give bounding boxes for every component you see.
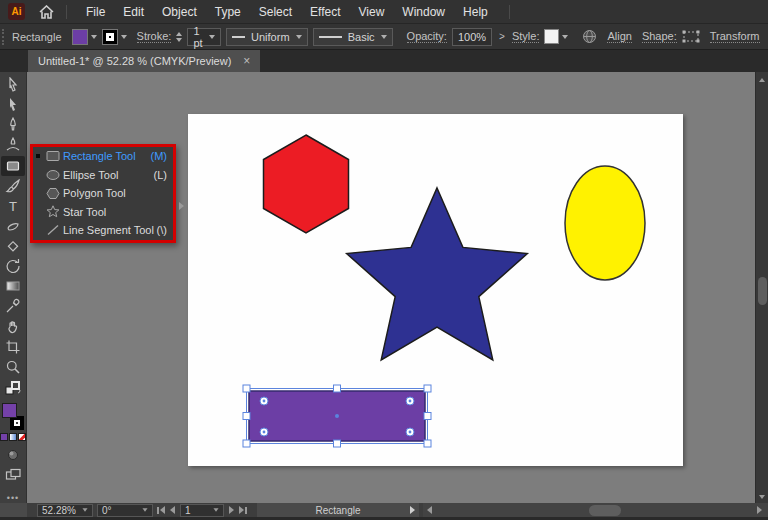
gradient-button[interactable] — [9, 433, 17, 441]
next-artboard-button[interactable] — [229, 506, 234, 514]
scroll-left-icon[interactable] — [427, 506, 432, 514]
chevron-down-icon[interactable] — [82, 508, 87, 511]
rectangle-tool-icon[interactable] — [1, 156, 25, 176]
more-tools-button[interactable]: ••• — [7, 493, 19, 503]
scroll-right-icon[interactable] — [757, 506, 762, 514]
scroll-down-icon[interactable] — [759, 495, 765, 499]
color-button[interactable] — [0, 433, 8, 441]
brush-dropdown[interactable]: Basic — [313, 28, 393, 46]
vertical-scrollbar[interactable] — [755, 72, 768, 503]
swap-fill-stroke-icon[interactable] — [1, 379, 25, 399]
selection-tool-icon[interactable] — [1, 75, 25, 95]
horizontal-scrollbar[interactable] — [423, 503, 768, 517]
stroke-color-swatch[interactable] — [102, 29, 118, 45]
menu-effect[interactable]: Effect — [301, 0, 349, 24]
flyout-item-ellipse-tool[interactable]: Ellipse Tool (L) — [33, 166, 173, 185]
direct-selection-tool-icon[interactable] — [1, 95, 25, 115]
shape-hexagon[interactable] — [264, 135, 349, 233]
eraser-tool-icon[interactable] — [1, 236, 25, 256]
paintbrush-tool-icon[interactable] — [1, 176, 25, 196]
chevron-down-icon[interactable] — [209, 35, 215, 39]
shape-panel-link[interactable]: Shape: — [642, 30, 677, 43]
fill-color-control[interactable] — [72, 29, 97, 45]
selection-handle[interactable] — [243, 385, 250, 392]
menu-file[interactable]: File — [77, 0, 114, 24]
canvas-area[interactable]: Rectangle Tool (M) Ellipse Tool (L) Poly… — [27, 72, 755, 503]
panel-grip-icon[interactable] — [2, 29, 4, 45]
stroke-color-control[interactable] — [102, 29, 127, 45]
fill-indicator[interactable] — [2, 403, 17, 418]
menu-window[interactable]: Window — [393, 0, 454, 24]
menu-type[interactable]: Type — [206, 0, 250, 24]
shape-ellipse[interactable] — [565, 166, 645, 280]
first-artboard-button[interactable] — [157, 506, 165, 514]
none-button[interactable] — [18, 433, 26, 441]
selection-handle[interactable] — [424, 385, 431, 392]
horizontal-scroll-thumb[interactable] — [589, 505, 621, 516]
selection-handle[interactable] — [243, 440, 250, 447]
last-artboard-button[interactable] — [239, 506, 247, 514]
chevron-down-icon[interactable] — [381, 35, 387, 39]
fill-color-swatch[interactable] — [72, 29, 88, 45]
scroll-up-icon[interactable] — [759, 78, 765, 82]
opacity-more-button[interactable]: > — [497, 31, 507, 42]
chevron-down-icon[interactable] — [142, 508, 147, 511]
menu-select[interactable]: Select — [250, 0, 301, 24]
vertical-scroll-thumb[interactable] — [758, 277, 767, 305]
opacity-field[interactable]: 100% — [452, 28, 492, 46]
fill-stroke-indicator[interactable] — [1, 403, 25, 430]
rotate-tool-icon[interactable] — [1, 256, 25, 276]
style-control[interactable] — [544, 29, 568, 44]
rotation-dropdown[interactable]: 0° — [97, 504, 153, 517]
chevron-down-icon[interactable] — [91, 35, 97, 39]
chevron-down-icon[interactable] — [562, 35, 568, 39]
previous-artboard-button[interactable] — [170, 506, 175, 514]
shape-widget-icon[interactable] — [682, 30, 700, 43]
menu-object[interactable]: Object — [153, 0, 206, 24]
opacity-panel-link[interactable]: Opacity: — [407, 30, 447, 43]
selection-handle[interactable] — [334, 440, 341, 447]
chevron-down-icon[interactable] — [121, 35, 127, 39]
flyout-item-line-segment-tool[interactable]: Line Segment Tool (\) — [33, 221, 173, 240]
pencil-tool-icon[interactable] — [1, 216, 25, 236]
stroke-weight-stepper[interactable] — [176, 32, 182, 42]
stroke-weight-field[interactable]: 1 pt — [187, 28, 220, 46]
style-panel-link[interactable]: Style: — [512, 30, 540, 43]
close-icon[interactable]: × — [243, 55, 250, 67]
selection-handle[interactable] — [243, 413, 250, 420]
style-swatch[interactable] — [544, 29, 559, 44]
menu-help[interactable]: Help — [454, 0, 497, 24]
selection-handle[interactable] — [424, 413, 431, 420]
screen-mode-icon[interactable] — [1, 465, 25, 485]
selection-handle[interactable] — [424, 440, 431, 447]
flyout-item-rectangle-tool[interactable]: Rectangle Tool (M) — [33, 147, 173, 166]
home-icon[interactable] — [39, 5, 54, 19]
gradient-tool-icon[interactable] — [1, 276, 25, 296]
stroke-panel-link[interactable]: Stroke: — [137, 30, 172, 43]
document-tab[interactable]: Untitled-1* @ 52.28 % (CMYK/Preview) × — [28, 50, 260, 72]
zoom-level-dropdown[interactable]: 52.28% — [37, 504, 93, 517]
pen-tool-icon[interactable] — [1, 115, 25, 135]
flyout-item-polygon-tool[interactable]: Polygon Tool — [33, 184, 173, 203]
align-panel-link[interactable]: Align — [607, 30, 631, 43]
flyout-item-star-tool[interactable]: Star Tool — [33, 203, 173, 222]
menu-edit[interactable]: Edit — [114, 0, 153, 24]
chevron-down-icon[interactable] — [213, 508, 218, 511]
zoom-tool-icon[interactable] — [1, 357, 25, 377]
hand-tool-icon[interactable] — [1, 317, 25, 337]
chevron-down-icon[interactable] — [296, 35, 302, 39]
drawing-modes-icon[interactable] — [1, 445, 25, 465]
width-profile-dropdown[interactable]: Uniform — [226, 28, 308, 46]
menu-view[interactable]: View — [350, 0, 394, 24]
artboard-tool-icon[interactable] — [1, 337, 25, 357]
eyedropper-tool-icon[interactable] — [1, 296, 25, 316]
document-setup-globe-icon[interactable] — [582, 29, 597, 44]
shape-star[interactable] — [347, 188, 528, 360]
selection-handle[interactable] — [334, 385, 341, 392]
curvature-tool-icon[interactable] — [1, 135, 25, 155]
flyout-tearoff-arrow-icon[interactable] — [179, 202, 184, 210]
artboard-number-dropdown[interactable]: 1 — [180, 504, 224, 517]
transform-panel-link[interactable]: Transform — [710, 30, 760, 43]
type-tool-icon[interactable]: T — [1, 196, 25, 216]
status-menu-arrow-icon[interactable] — [410, 506, 415, 514]
